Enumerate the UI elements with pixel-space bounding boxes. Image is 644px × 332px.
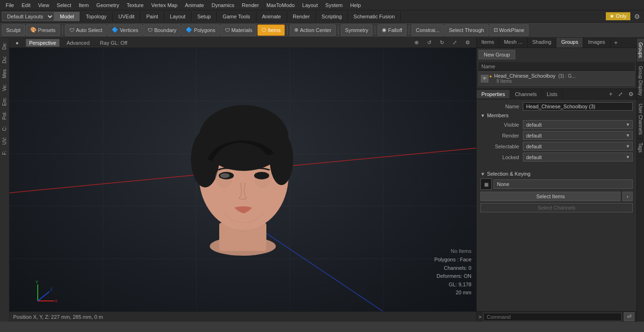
rp-tab-mesh[interactable]: Mesh ... bbox=[499, 38, 528, 48]
rp-tab-items[interactable]: Items bbox=[477, 38, 499, 48]
polygons-button[interactable]: 🔷 Polygons bbox=[182, 24, 219, 36]
layout-tab-scripting[interactable]: Scripting bbox=[316, 12, 348, 21]
rs-tab-groups[interactable]: Groups bbox=[637, 39, 644, 62]
rs-tab-group-display[interactable]: Group Display bbox=[637, 62, 644, 100]
vp-icon-settings[interactable]: ⚙ bbox=[462, 39, 473, 47]
rp-tab-add[interactable]: + bbox=[611, 38, 622, 48]
layout-tab-paint[interactable]: Paint bbox=[140, 12, 164, 21]
menu-vertex-map[interactable]: Vertex Map bbox=[148, 1, 182, 9]
menu-view[interactable]: View bbox=[34, 1, 53, 9]
menu-render[interactable]: Render bbox=[238, 1, 263, 9]
layout-tab-uvedit[interactable]: UVEdit bbox=[113, 12, 140, 21]
layout-tab-animate[interactable]: Animate bbox=[256, 12, 287, 21]
presets-button[interactable]: 🎨 Presets bbox=[26, 24, 60, 36]
rs-tab-tags[interactable]: Tags bbox=[637, 139, 644, 157]
menu-item[interactable]: Item bbox=[75, 1, 92, 9]
menu-animate[interactable]: Animate bbox=[181, 1, 207, 9]
menu-file[interactable]: File bbox=[2, 1, 18, 9]
menu-select[interactable]: Select bbox=[53, 1, 75, 9]
vp-advanced-btn[interactable]: Advanced bbox=[63, 39, 93, 47]
layout-tab-model[interactable]: Model bbox=[54, 12, 80, 21]
layout-dropdown[interactable]: Default Layouts bbox=[2, 12, 54, 21]
layout-tab-render[interactable]: Render bbox=[287, 12, 316, 21]
left-tab-f[interactable]: F: bbox=[1, 148, 8, 158]
menu-geometry[interactable]: Geometry bbox=[92, 1, 123, 9]
right-panel: Items Mesh ... Shading Groups Images + N… bbox=[476, 38, 636, 322]
left-tab-mes[interactable]: Mes bbox=[1, 66, 8, 81]
visible-select[interactable]: default ▾ bbox=[523, 120, 633, 129]
layout-tab-layout[interactable]: Layout bbox=[164, 12, 191, 21]
select-through-button[interactable]: Select Through bbox=[445, 24, 488, 36]
vp-eye-toggle[interactable]: ● bbox=[12, 39, 22, 47]
groups-list: New Group Name 👁 ▸ Head_Chinese_Schoolbo… bbox=[477, 48, 636, 89]
action-center-button[interactable]: ⊕ Action Center bbox=[290, 24, 336, 36]
layout-tab-topology[interactable]: Topology bbox=[80, 12, 113, 21]
layout-tab-schematic[interactable]: Schematic Fusion bbox=[348, 12, 401, 21]
props-add-tab[interactable]: + bbox=[606, 89, 615, 99]
left-tab-pol[interactable]: Pol: bbox=[1, 109, 8, 122]
sculpt-button[interactable]: Sculpt bbox=[2, 24, 25, 36]
rp-tab-shading[interactable]: Shading bbox=[528, 38, 556, 48]
vp-perspective-btn[interactable]: Perspective bbox=[26, 39, 59, 47]
menu-dynamics[interactable]: Dynamics bbox=[208, 1, 238, 9]
menu-edit[interactable]: Edit bbox=[18, 1, 34, 9]
menu-system[interactable]: System bbox=[322, 1, 347, 9]
falloff-button[interactable]: ◉ Falloff bbox=[378, 24, 406, 36]
group-expand-icon[interactable]: ▸ bbox=[490, 73, 492, 79]
render-value: default ▾ bbox=[523, 131, 633, 140]
viewport-background: X Y Z No Items Polygons : Face Channels:… bbox=[9, 48, 476, 311]
workplane-button[interactable]: ⊡ WorkPlane bbox=[489, 24, 529, 36]
left-tab-c[interactable]: C: bbox=[1, 123, 8, 134]
command-enter-button[interactable]: ⏎ bbox=[624, 312, 635, 321]
boundary-button[interactable]: 🛡 Boundary bbox=[143, 24, 181, 36]
select-channels-button[interactable]: Select Channels bbox=[480, 203, 633, 212]
vp-icon-undo[interactable]: ↺ bbox=[424, 39, 435, 47]
menu-help[interactable]: Help bbox=[347, 1, 365, 9]
left-tab-du[interactable]: Du: bbox=[1, 53, 8, 66]
materials-button[interactable]: 🛡 Materials bbox=[221, 24, 257, 36]
rs-tab-user-channels[interactable]: User Channels bbox=[637, 100, 644, 139]
only-badge[interactable]: ★ Only bbox=[606, 12, 630, 20]
constraints-button[interactable]: Constrai... bbox=[412, 24, 444, 36]
props-expand-icon[interactable]: ⤢ bbox=[615, 89, 626, 99]
rp-tab-groups[interactable]: Groups bbox=[556, 38, 583, 48]
group-visibility-icon[interactable]: 👁 bbox=[481, 75, 488, 82]
left-tab-de[interactable]: De: bbox=[1, 40, 8, 53]
locked-select[interactable]: default ▾ bbox=[523, 153, 633, 162]
vp-raygl-btn[interactable]: Ray GL: Off bbox=[97, 39, 131, 47]
layout-tab-setup[interactable]: Setup bbox=[191, 12, 217, 21]
menu-maxtomodo[interactable]: MaxToModo bbox=[263, 1, 298, 9]
vertices-button[interactable]: 🔷 Vertices bbox=[107, 24, 142, 36]
vp-icon-orbit[interactable]: ⊕ bbox=[411, 39, 422, 47]
left-tab-uv[interactable]: UV: bbox=[1, 134, 8, 147]
selectable-select[interactable]: default ▾ bbox=[523, 142, 633, 151]
props-tab-channels[interactable]: Channels bbox=[510, 90, 542, 98]
settings-icon[interactable]: ⚙ bbox=[632, 13, 642, 20]
select-items-button[interactable]: Select Items bbox=[480, 192, 620, 201]
members-section-header[interactable]: ▼ Members bbox=[480, 113, 633, 118]
auto-select-button[interactable]: 🛡 Auto Select bbox=[65, 24, 107, 36]
menu-layout[interactable]: Layout bbox=[298, 1, 322, 9]
left-tab-ve[interactable]: Ve: bbox=[1, 81, 8, 94]
symmetry-button[interactable]: Symmetry bbox=[341, 24, 373, 36]
vp-icon-redo[interactable]: ↻ bbox=[437, 39, 447, 47]
props-tab-properties[interactable]: Properties bbox=[477, 90, 510, 98]
sk-arrow-button[interactable]: › bbox=[622, 192, 633, 201]
vp-icon-expand[interactable]: ⤢ bbox=[449, 39, 460, 47]
group-item[interactable]: 👁 ▸ Head_Chinese_Schoolboy (3) : G... 9 … bbox=[479, 71, 635, 86]
render-select[interactable]: default ▾ bbox=[523, 131, 633, 140]
new-group-button[interactable]: New Group bbox=[479, 50, 515, 59]
left-tab-em[interactable]: Em: bbox=[1, 95, 8, 109]
menu-texture[interactable]: Texture bbox=[123, 1, 148, 9]
rp-tab-images[interactable]: Images bbox=[583, 38, 610, 48]
selection-keying-header[interactable]: ▼ Selection & Keying bbox=[480, 171, 633, 177]
props-tab-lists[interactable]: Lists bbox=[542, 90, 563, 98]
grid-v-1 bbox=[103, 48, 103, 311]
props-settings-icon[interactable]: ⚙ bbox=[626, 89, 636, 99]
svg-point-12 bbox=[254, 171, 269, 179]
layout-tab-gametools[interactable]: Game Tools bbox=[217, 12, 256, 21]
name-input[interactable] bbox=[523, 102, 633, 111]
items-button[interactable]: ⬡ Items bbox=[257, 24, 285, 36]
viewport-canvas[interactable]: X Y Z No Items Polygons : Face Channels:… bbox=[9, 48, 476, 311]
command-input[interactable] bbox=[483, 313, 622, 321]
